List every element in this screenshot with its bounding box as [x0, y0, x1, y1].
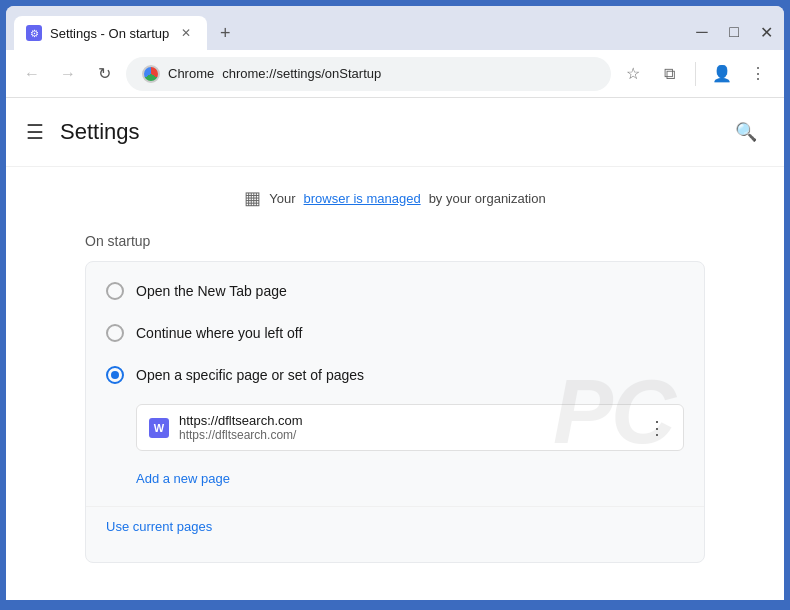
add-new-page-link[interactable]: Add a new page: [136, 463, 230, 494]
managed-text-before: Your: [269, 191, 295, 206]
site-favicon: W: [149, 418, 169, 438]
option-new-tab[interactable]: Open the New Tab page: [86, 270, 704, 312]
search-icon: 🔍: [735, 121, 757, 143]
chrome-menu-button[interactable]: ⋮: [744, 60, 772, 88]
url-secondary: https://dfltsearch.com/: [179, 428, 633, 442]
profile-button[interactable]: 👤: [708, 60, 736, 88]
search-settings-button[interactable]: 🔍: [728, 114, 764, 150]
browser-window: ⚙ Settings - On startup ✕ + ─ □ ✕ ← → ↻ …: [6, 6, 784, 600]
extensions-button[interactable]: ⧉: [655, 60, 683, 88]
url-entry-more-button[interactable]: ⋮: [643, 414, 671, 442]
section-title: On startup: [85, 233, 705, 249]
address-bar: ← → ↻ Chrome chrome://settings/onStartup…: [6, 50, 784, 98]
minimize-button[interactable]: ─: [692, 22, 712, 42]
url-bar[interactable]: Chrome chrome://settings/onStartup: [126, 57, 611, 91]
back-button[interactable]: ←: [18, 60, 46, 88]
option-continue[interactable]: Continue where you left off: [86, 312, 704, 354]
new-tab-button[interactable]: +: [211, 19, 239, 47]
managed-text-after: by your organization: [429, 191, 546, 206]
url-info: https://dfltsearch.com https://dfltsearc…: [179, 413, 633, 442]
forward-button[interactable]: →: [54, 60, 82, 88]
settings-header: ☰ Settings 🔍: [6, 98, 784, 167]
tab-favicon: ⚙: [26, 25, 42, 41]
title-bar: ⚙ Settings - On startup ✕ + ─ □ ✕: [6, 6, 784, 50]
url-display: chrome://settings/onStartup: [222, 66, 381, 81]
main-content: ☰ Settings 🔍 ▦ Your browser is managed b…: [6, 98, 784, 600]
tab-close-button[interactable]: ✕: [177, 24, 195, 42]
managed-link[interactable]: browser is managed: [304, 191, 421, 206]
url-primary: https://dfltsearch.com: [179, 413, 633, 428]
radio-new-tab[interactable]: [106, 282, 124, 300]
option-continue-label: Continue where you left off: [136, 325, 302, 341]
active-tab[interactable]: ⚙ Settings - On startup ✕: [14, 16, 207, 50]
radio-continue[interactable]: [106, 324, 124, 342]
add-new-page-section: Add a new page: [86, 459, 704, 502]
chrome-label: Chrome: [168, 66, 214, 81]
bottom-frame: [0, 600, 790, 610]
option-new-tab-label: Open the New Tab page: [136, 283, 287, 299]
managed-icon: ▦: [244, 187, 261, 209]
on-startup-section: On startup PC Open the New Tab page Cont…: [85, 233, 705, 563]
option-specific-page[interactable]: Open a specific page or set of pages: [86, 354, 704, 396]
managed-banner: ▦ Your browser is managed by your organi…: [85, 187, 705, 209]
hamburger-menu-button[interactable]: ☰: [26, 120, 44, 144]
window-controls: ─ □ ✕: [692, 22, 776, 50]
option-specific-page-label: Open a specific page or set of pages: [136, 367, 364, 383]
maximize-button[interactable]: □: [724, 22, 744, 42]
page-title: Settings: [60, 119, 140, 145]
content-body: ▦ Your browser is managed by your organi…: [45, 167, 745, 583]
close-button[interactable]: ✕: [756, 22, 776, 42]
url-entry-section: W https://dfltsearch.com https://dfltsea…: [86, 396, 704, 459]
bookmark-star-button[interactable]: ☆: [619, 60, 647, 88]
use-current-pages-link[interactable]: Use current pages: [106, 511, 212, 542]
radio-specific-page[interactable]: [106, 366, 124, 384]
options-card: PC Open the New Tab page Continue where …: [85, 261, 705, 563]
chrome-logo-icon: [142, 65, 160, 83]
url-entry-row: W https://dfltsearch.com https://dfltsea…: [136, 404, 684, 451]
refresh-button[interactable]: ↻: [90, 60, 118, 88]
use-current-pages-section: Use current pages: [86, 506, 704, 554]
address-bar-separator: [695, 62, 696, 86]
tab-title: Settings - On startup: [50, 26, 169, 41]
